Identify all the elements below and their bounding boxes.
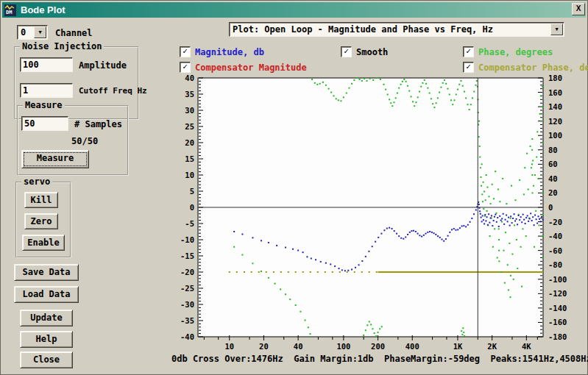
measure-button[interactable]: Measure [21,150,89,168]
svg-text:30: 30 [185,106,194,115]
svg-text:160: 160 [548,88,562,97]
chevron-down-icon[interactable]: ▼ [34,26,46,38]
plot-type-select[interactable]: Plot: Open Loop - Magnitude and Phase vs… [229,22,564,37]
svg-text:-100: -100 [548,275,567,284]
plot-type-value: Plot: Open Loop - Magnitude and Phase vs… [233,24,493,35]
save-data-button[interactable]: Save Data [14,264,79,281]
svg-text:-180: -180 [548,332,567,341]
svg-text:-25: -25 [180,284,194,293]
checkmark-icon[interactable]: ✓ [463,46,474,57]
svg-text:100: 100 [548,131,562,140]
samples-label: # Samples [74,119,122,129]
svg-text:80: 80 [548,146,558,154]
checkmark-icon[interactable]: ✓ [463,62,474,73]
svg-text:-120: -120 [548,289,567,298]
phase-checkbox-label: Phase, degrees [478,47,553,57]
svg-text:1K: 1K [453,342,463,351]
svg-text:140: 140 [548,102,562,111]
svg-text:20: 20 [185,138,194,147]
smooth-checkbox-label: Smooth [356,47,388,57]
svg-text:-40: -40 [180,332,194,341]
help-button[interactable]: Help [20,331,73,348]
channel-select[interactable]: 0 ▼ [17,25,48,40]
svg-text:-30: -30 [180,300,194,309]
svg-text:-15: -15 [180,251,194,260]
svg-text:25: 25 [185,122,194,131]
svg-text:400: 400 [405,342,419,351]
chevron-down-icon[interactable]: ▼ [550,24,563,35]
noise-injection-group-label: Noise Injection [20,41,104,51]
bode-plot-svg[interactable]: -40-35-30-25-20-15-10-50510152025303540-… [166,73,588,354]
svg-text:-5: -5 [185,219,194,228]
cutoff-freq-label: Cutoff Freq Hz [79,86,147,96]
svg-text:10: 10 [224,342,234,351]
svg-text:2K: 2K [487,342,497,351]
close-button[interactable]: Close [20,351,73,368]
svg-text:-80: -80 [548,260,562,269]
magnitude-checkbox-label: Magnitude, db [195,47,264,57]
svg-text:180: 180 [548,74,562,82]
svg-text:-60: -60 [548,246,562,255]
compensator-magnitude-checkbox-label: Compensator Magnitude [195,63,307,73]
kill-button[interactable]: Kill [24,192,58,208]
bode-plot-area[interactable]: -40-35-30-25-20-15-10-50510152025303540-… [166,73,588,354]
svg-text:-10: -10 [180,235,194,244]
enable-button[interactable]: Enable [22,235,65,251]
svg-text:-20: -20 [548,218,562,226]
app-icon: DM [4,4,16,16]
measure-progress: 50/50 [71,136,98,146]
svg-text:0: 0 [190,203,194,212]
compensator-magnitude-checkbox[interactable]: ✓ Compensator Magnitude [180,62,307,73]
status-line: 0db Cross Over:1476Hz Gain Margin:1db Ph… [171,354,588,364]
update-button[interactable]: Update [20,310,73,326]
svg-text:20: 20 [259,342,269,351]
compensator-phase-checkbox-label: Compensator Phase, deg [478,63,588,73]
close-window-button[interactable]: X [572,3,585,15]
svg-text:100: 100 [336,342,350,351]
measure-group-label: Measure [23,100,65,110]
svg-text:-160: -160 [548,318,567,326]
checkmark-icon[interactable]: ✓ [180,62,191,73]
window-title: Bode Plot [21,4,65,15]
svg-text:5: 5 [190,187,194,196]
svg-text:-35: -35 [180,316,194,325]
amplitude-label: Amplitude [79,60,127,71]
svg-text:40: 40 [185,74,194,82]
svg-text:DM: DM [6,10,12,15]
svg-text:35: 35 [185,90,194,99]
svg-text:20: 20 [548,188,558,197]
svg-text:200: 200 [371,342,385,351]
svg-text:10: 10 [185,171,194,179]
channel-label: Channel [55,28,93,38]
channel-value: 0 [21,27,26,38]
svg-text:-140: -140 [548,304,567,312]
svg-text:-40: -40 [548,232,562,240]
checkmark-icon[interactable]: ✓ [341,46,352,57]
svg-text:15: 15 [185,154,194,163]
svg-text:120: 120 [548,117,562,126]
load-data-button[interactable]: Load Data [14,286,79,303]
magnitude-checkbox[interactable]: ✓ Magnitude, db [180,46,264,57]
cutoff-freq-field[interactable]: 1 [20,83,73,98]
svg-text:4K: 4K [522,342,531,351]
samples-field[interactable]: 50 [21,116,68,131]
compensator-phase-checkbox[interactable]: ✓ Compensator Phase, deg [463,62,588,73]
smooth-checkbox[interactable]: ✓ Smooth [341,46,388,57]
svg-text:0: 0 [548,203,553,212]
svg-text:60: 60 [548,160,558,168]
checkmark-icon[interactable]: ✓ [180,46,191,57]
amplitude-field[interactable]: 100 [20,57,73,72]
svg-text:40: 40 [548,174,558,183]
svg-text:40: 40 [294,342,303,351]
bode-plot-window: DM Bode Plot X 0 ▼ Channel Plot: Open Lo… [0,0,588,375]
zero-button[interactable]: Zero [24,213,58,229]
phase-checkbox[interactable]: ✓ Phase, degrees [463,46,553,57]
servo-group-label: servo [21,176,52,187]
svg-text:-20: -20 [180,268,194,276]
title-bar[interactable]: DM Bode Plot [2,2,586,18]
